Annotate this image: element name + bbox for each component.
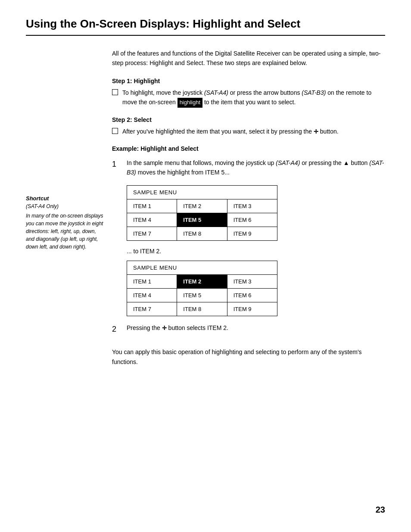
menu1-cell-1-3: ITEM 3 — [227, 199, 277, 213]
menu2-cell-1-2-highlighted: ITEM 2 — [177, 274, 227, 288]
menu2-row-3: ITEM 7 ITEM 8 ITEM 9 — [127, 302, 277, 316]
menu2-cell-3-2: ITEM 8 — [177, 302, 227, 316]
menu2-row-1: ITEM 1 ITEM 2 ITEM 3 — [127, 274, 277, 288]
main-layout: Shortcut (SAT-A4 Only) In many of the on… — [26, 49, 385, 367]
shortcut-title: Shortcut — [26, 195, 103, 202]
menu1-cell-1-2: ITEM 2 — [177, 199, 227, 213]
transition-text: ... to ITEM 2. — [127, 248, 385, 255]
menu1-row-1: ITEM 1 ITEM 2 ITEM 3 — [127, 199, 277, 213]
example-item-2: 2 Pressing the ✛ button selects ITEM 2. — [112, 323, 385, 340]
sidebar: Shortcut (SAT-A4 Only) In many of the on… — [26, 49, 112, 367]
title-section: Using the On-Screen Displays: Highlight … — [26, 17, 385, 36]
step1-list: To highlight, move the joystick (SAT-A4)… — [112, 88, 385, 108]
example-item1-text: In the sample menu that follows, moving … — [127, 158, 385, 177]
menu1-cell-3-3: ITEM 9 — [227, 227, 277, 240]
menu2-title-row: SAMPLE MENU — [127, 261, 277, 274]
menu2-row-2: ITEM 4 ITEM 5 ITEM 6 — [127, 288, 277, 302]
menu2-cell-1-3: ITEM 3 — [227, 274, 277, 288]
menu1-row-3: ITEM 7 ITEM 8 ITEM 9 — [127, 227, 277, 240]
page-title: Using the On-Screen Displays: Highlight … — [26, 17, 385, 31]
menu2-title: SAMPLE MENU — [127, 261, 277, 274]
menu2-cell-3-3: ITEM 9 — [227, 302, 277, 316]
select-button-symbol-2: ✛ — [162, 324, 167, 333]
menu1-cell-2-2-highlighted: ITEM 5 — [177, 213, 227, 227]
example-number-2: 2 — [112, 323, 121, 340]
step2-heading: Step 2: Select — [112, 116, 385, 123]
checkbox-icon-2 — [112, 128, 118, 134]
intro-paragraph: All of the features and functions of the… — [112, 49, 385, 68]
menu1-cell-2-3: ITEM 6 — [227, 213, 277, 227]
shortcut-subtitle: (SAT-A4 Only) — [26, 203, 103, 209]
menu1-cell-3-2: ITEM 8 — [177, 227, 227, 240]
sample-menu-2: SAMPLE MENU ITEM 1 ITEM 2 ITEM 3 ITEM 4 … — [127, 261, 277, 316]
step2-item: After you've highlighted the item that y… — [112, 127, 385, 137]
example-item-1: 1 In the sample menu that follows, movin… — [112, 158, 385, 177]
step1-item: To highlight, move the joystick (SAT-A4)… — [112, 88, 385, 108]
menu2-cell-2-2: ITEM 5 — [177, 288, 227, 302]
menu2-cell-3-1: ITEM 7 — [127, 302, 177, 316]
sat-b3-ref: (SAT-B3) — [302, 89, 326, 96]
sample-menu-1-wrapper: SAMPLE MENU ITEM 1 ITEM 2 ITEM 3 ITEM 4 … — [127, 185, 385, 241]
highlight-badge: highlight — [177, 98, 202, 108]
step2-list: After you've highlighted the item that y… — [112, 127, 385, 137]
page-number: 23 — [376, 505, 385, 515]
menu2-cell-1-1: ITEM 1 — [127, 274, 177, 288]
menu1-cell-1-1: ITEM 1 — [127, 199, 177, 213]
example-item2-text: Pressing the ✛ button selects ITEM 2. — [127, 323, 385, 333]
sample-menu-1: SAMPLE MENU ITEM 1 ITEM 2 ITEM 3 ITEM 4 … — [127, 185, 277, 241]
example-number-1: 1 — [112, 158, 121, 177]
up-arrow-icon: ▲ — [343, 158, 349, 168]
menu1-cell-3-1: ITEM 7 — [127, 227, 177, 240]
select-button-symbol: ✛ — [314, 128, 318, 137]
step1-heading: Step 1: Highlight — [112, 78, 385, 84]
menu1-title: SAMPLE MENU — [127, 185, 277, 199]
shortcut-body: In many of the on-screen displays you ca… — [26, 212, 103, 251]
final-paragraph: You can apply this basic operation of hi… — [112, 347, 385, 367]
menu1-cell-2-1: ITEM 4 — [127, 213, 177, 227]
step2-text: After you've highlighted the item that y… — [122, 127, 385, 137]
example-heading: Example: Highlight and Select — [112, 145, 385, 152]
menu1-title-row: SAMPLE MENU — [127, 185, 277, 199]
menu2-cell-2-3: ITEM 6 — [227, 288, 277, 302]
step1-text: To highlight, move the joystick (SAT-A4)… — [122, 88, 385, 108]
content-area: All of the features and functions of the… — [112, 49, 385, 367]
menu2-cell-2-1: ITEM 4 — [127, 288, 177, 302]
menu1-row-2: ITEM 4 ITEM 5 ITEM 6 — [127, 213, 277, 227]
sat-a4-ref2: (SAT-A4) — [276, 159, 300, 166]
checkbox-icon — [112, 89, 118, 95]
sample-menu-2-wrapper: SAMPLE MENU ITEM 1 ITEM 2 ITEM 3 ITEM 4 … — [127, 261, 385, 316]
sat-a4-ref: (SAT-A4) — [204, 89, 228, 96]
